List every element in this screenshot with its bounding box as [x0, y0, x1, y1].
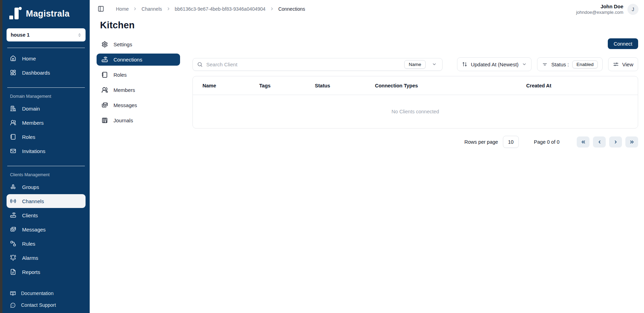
search-by-button[interactable]: Name: [404, 60, 426, 69]
sidebar-item-domain[interactable]: Domain: [7, 102, 86, 115]
notebook-icon: [101, 72, 108, 78]
sidebar-item-label: Channels: [22, 198, 44, 204]
pagination: Rows per page 10 Page 0 of 0: [192, 136, 638, 148]
tab-connections[interactable]: Connections: [97, 54, 180, 66]
filter-lines-icon: [542, 61, 548, 67]
sidebar-item-groups[interactable]: Groups: [7, 180, 86, 194]
sidebar-item-members[interactable]: Members: [7, 116, 86, 130]
chevron-right-icon: [133, 7, 137, 11]
sidebar-item-label: Domain: [22, 106, 40, 112]
breadcrumb-item-connections: Connections: [278, 6, 305, 12]
breadcrumb-item-channels[interactable]: Channels: [141, 6, 162, 12]
sidebar-item-label: Messages: [22, 227, 46, 233]
sidebar-divider: [7, 166, 85, 166]
avatar[interactable]: J: [627, 4, 638, 15]
user-email: johndoe@example.com: [576, 10, 623, 15]
sidebar-item-label: Home: [22, 56, 36, 61]
search-input[interactable]: [206, 61, 401, 67]
sidebar-item-roles[interactable]: Roles: [7, 130, 86, 144]
user-name: John Doe: [576, 3, 623, 10]
tab-messages[interactable]: Messages: [97, 99, 180, 111]
workspace-selector[interactable]: house 1: [7, 28, 86, 41]
notebook-icon: [10, 134, 16, 140]
breadcrumb: Home Channels bb6136c3-9e67-4beb-bf83-93…: [98, 6, 305, 12]
mail-icon: [10, 148, 16, 154]
tab-label: Members: [113, 87, 135, 93]
sidebar-item-label: Alarms: [22, 255, 38, 261]
logs-icon: [101, 117, 108, 124]
sidebar-item-label: Groups: [22, 184, 39, 190]
sidebar-divider: [7, 87, 85, 88]
sidebar-toggle-icon[interactable]: [98, 6, 104, 12]
sidebar-item-clients[interactable]: Clients: [7, 208, 86, 222]
status-filter-button[interactable]: Status : Enabled: [537, 57, 602, 71]
workspace-selector-value: house 1: [11, 32, 30, 38]
table-header-row: Name Tags Status Connection Types Create…: [193, 76, 638, 95]
chevrons-up-down-icon: [77, 32, 82, 38]
sidebar-item-label: Contact Support: [21, 302, 56, 308]
sidebar-item-channels[interactable]: Channels: [7, 194, 86, 208]
router-icon: [101, 56, 108, 63]
chevron-down-icon[interactable]: [429, 62, 440, 67]
sidebar-item-dashboards[interactable]: Dashboards: [7, 66, 86, 79]
sidebar-item-alarms[interactable]: Alarms: [7, 251, 86, 265]
connections-panel: Connect Name Updated: [192, 38, 638, 148]
magistrala-logo-icon: [9, 7, 22, 20]
sidebar-item-label: Documentation: [21, 291, 53, 296]
search-box: Name: [192, 58, 443, 71]
status-value-badge: Enabled: [572, 60, 598, 68]
next-page-button[interactable]: [609, 136, 622, 148]
sidebar: Magistrala house 1 Home Dashboards Domai…: [0, 0, 90, 313]
sidebar-item-label: Members: [22, 120, 44, 126]
radio-icon: [10, 198, 16, 204]
page-title: Kitchen: [100, 20, 644, 31]
breadcrumb-item-home[interactable]: Home: [116, 6, 129, 12]
rows-per-page-label: Rows per page: [464, 139, 498, 145]
previous-page-button[interactable]: [593, 136, 606, 148]
column-header-status: Status: [311, 76, 371, 95]
sidebar-item-label: Reports: [22, 269, 40, 275]
sidebar-item-label: Invitations: [22, 148, 46, 154]
search-icon: [197, 61, 203, 67]
topbar: Home Channels bb6136c3-9e67-4beb-bf83-93…: [90, 0, 644, 15]
column-header-connection-types: Connection Types: [371, 76, 522, 95]
chevron-right-icon: [270, 7, 274, 11]
tab-label: Messages: [113, 102, 137, 108]
first-page-button[interactable]: [577, 136, 589, 148]
sidebar-item-contact-support[interactable]: Contact Support: [7, 299, 86, 311]
rows-per-page-select[interactable]: 10: [503, 136, 519, 148]
sidebar-item-label: Roles: [22, 134, 35, 140]
last-page-button[interactable]: [625, 136, 638, 148]
brand-name: Magistrala: [26, 9, 70, 19]
sidebar-item-label: Rules: [22, 241, 35, 247]
sidebar-item-rules[interactable]: Rules: [7, 237, 86, 250]
sort-button[interactable]: Updated At (Newest): [457, 57, 532, 71]
sidebar-item-messages[interactable]: Messages: [7, 222, 86, 236]
sidebar-item-invitations[interactable]: Invitations: [7, 144, 86, 158]
chevron-left-icon: [597, 139, 602, 145]
main-content: Home Channels bb6136c3-9e67-4beb-bf83-93…: [90, 0, 644, 313]
sidebar-item-reports[interactable]: Reports: [7, 265, 86, 279]
arrow-up-down-icon: [462, 61, 467, 67]
tab-roles[interactable]: Roles: [97, 69, 180, 81]
sidebar-item-label: Clients: [22, 212, 38, 218]
view-label: View: [622, 61, 633, 67]
view-button[interactable]: View: [608, 57, 638, 71]
sidebar-item-home[interactable]: Home: [7, 51, 86, 65]
mails-icon: [10, 226, 16, 233]
sidebar-item-documentation[interactable]: Documentation: [7, 287, 86, 299]
connect-button[interactable]: Connect: [608, 38, 638, 49]
brand-logo: Magistrala: [9, 7, 84, 20]
chevron-down-icon: [522, 62, 527, 67]
chevrons-left-icon: [581, 139, 586, 145]
channel-subnav: Settings Connections Roles Members: [97, 38, 180, 148]
tab-journals[interactable]: Journals: [97, 114, 180, 126]
sidebar-item-label: Dashboards: [22, 70, 50, 76]
tab-label: Roles: [113, 72, 127, 78]
breadcrumb-item-channel-id[interactable]: bb6136c3-9e67-4beb-bf83-9346a0404904: [175, 6, 266, 12]
tab-members[interactable]: Members: [97, 84, 180, 96]
tab-settings[interactable]: Settings: [97, 38, 180, 50]
sidebar-divider: [7, 48, 85, 48]
empty-state-message: No Clients connected: [193, 95, 638, 128]
tab-label: Journals: [113, 117, 133, 123]
